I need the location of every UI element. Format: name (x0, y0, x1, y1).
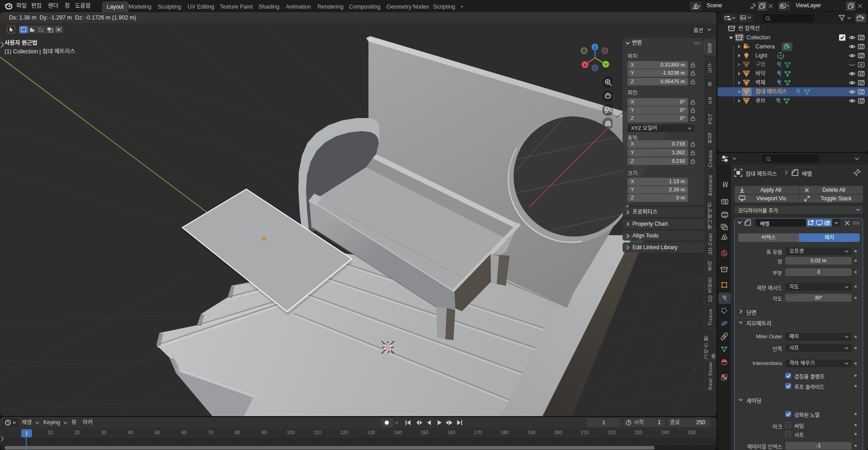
svg-text:Collection: Collection (746, 34, 770, 41)
svg-text:벽체: 벽체 (755, 80, 765, 86)
svg-text:Light: Light (755, 52, 768, 59)
svg-text:큐브: 큐브 (755, 98, 765, 104)
svg-text:침대 메트리스: 침대 메트리스 (755, 89, 787, 95)
svg-text:Camera: Camera (755, 43, 775, 50)
svg-text:Y: Y (604, 62, 607, 67)
svg-text:Z: Z (594, 45, 596, 50)
svg-text:구멍: 구멍 (755, 62, 765, 68)
svg-text:씬 컬렉션: 씬 컬렉션 (738, 25, 760, 32)
svg-text:X: X (584, 63, 586, 67)
svg-text:바닥: 바닥 (755, 71, 765, 77)
